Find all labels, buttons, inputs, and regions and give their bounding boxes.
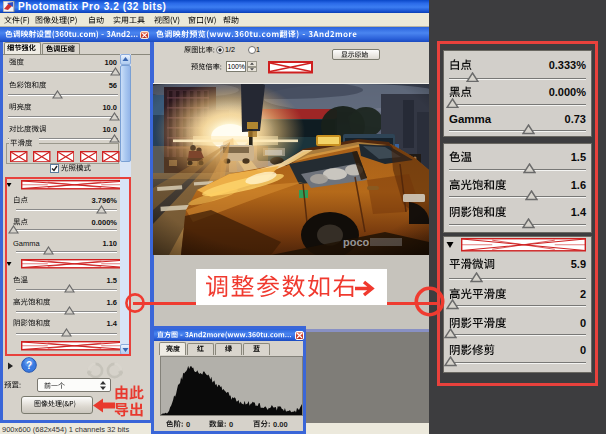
svg-text:?: ? [26,360,32,371]
svg-text:poco: poco [343,236,370,248]
